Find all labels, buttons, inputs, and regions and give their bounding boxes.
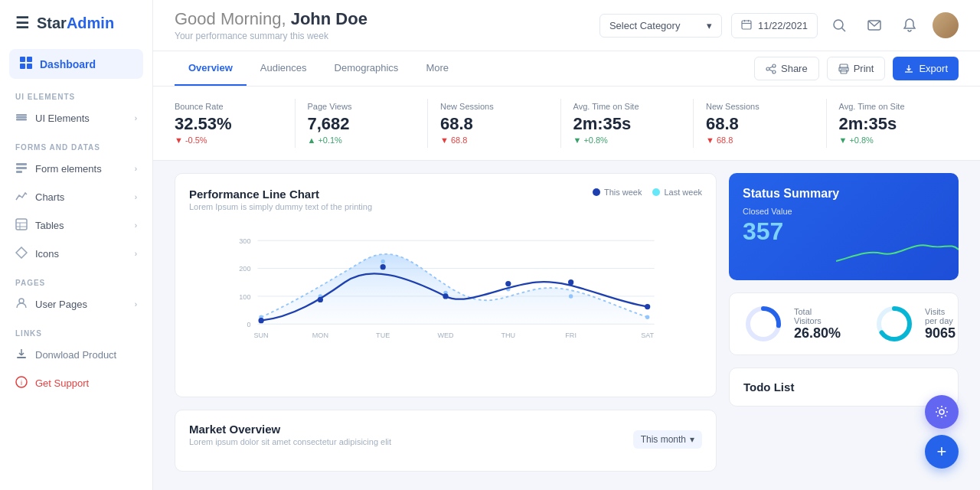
metric-label: Page Views: [308, 102, 416, 111]
sidebar-item-form-elements[interactable]: Form elements ›: [0, 155, 152, 183]
sidebar-item-label: Form elements: [35, 163, 102, 175]
download-icon: [15, 348, 28, 362]
svg-text:200: 200: [239, 265, 250, 273]
add-fab[interactable]: +: [925, 435, 959, 469]
svg-point-55: [645, 304, 650, 309]
arrow-up-icon: ▼: [573, 136, 582, 145]
tab-overview[interactable]: Overview: [175, 51, 247, 86]
tab-more[interactable]: More: [412, 51, 462, 86]
search-icon[interactable]: [827, 13, 851, 38]
svg-point-54: [568, 279, 573, 285]
export-button[interactable]: Export: [893, 57, 959, 80]
sidebar-item-user-pages[interactable]: User Pages ›: [0, 290, 152, 318]
svg-marker-14: [16, 247, 27, 258]
svg-rect-4: [16, 114, 27, 116]
visits-per-day-info: Visits per day 9065: [925, 307, 956, 341]
svg-point-49: [258, 318, 263, 323]
performance-chart-svg: 300 200 100 0: [189, 227, 702, 383]
right-panel: Status Summary Closed Value 357 Total V: [729, 173, 959, 478]
settings-fab[interactable]: [925, 395, 959, 429]
svg-text:SUN: SUN: [254, 332, 269, 339]
export-label: Export: [919, 63, 948, 74]
sidebar-item-support[interactable]: i Get Support: [0, 369, 152, 397]
svg-rect-2: [20, 64, 25, 69]
svg-text:THU: THU: [501, 332, 515, 339]
chevron-icon: ›: [135, 114, 137, 122]
visits-per-day-value: 9065: [925, 325, 956, 341]
arrow-up-icon: ▲: [308, 136, 316, 145]
logo-admin: Admin: [67, 15, 114, 31]
chevron-down-icon: ▾: [690, 434, 694, 445]
svg-rect-3: [27, 64, 32, 69]
arrow-down-icon: ▼: [440, 136, 449, 145]
chevron-icon: ›: [135, 221, 137, 230]
sidebar-item-ui-elements[interactable]: UI Elements ›: [0, 104, 152, 132]
svg-text:SAT: SAT: [641, 332, 654, 339]
metric-change: ▼ +0.8%: [839, 136, 947, 145]
month-selector-button[interactable]: This month ▾: [633, 430, 702, 449]
share-label: Share: [781, 63, 808, 74]
metric-label: New Sessions: [440, 102, 548, 111]
tab-actions: Share Print Export: [754, 57, 959, 80]
sidebar-item-dashboard[interactable]: Dashboard: [9, 49, 143, 79]
svg-line-30: [769, 70, 773, 71]
tabs: Overview Audiences Demographics More: [175, 51, 462, 86]
sidebar-section-links: LINKS: [0, 318, 152, 341]
total-visitors-label: Total Visitors: [794, 307, 841, 325]
svg-text:i: i: [21, 379, 22, 387]
this-week-legend-label: This week: [604, 188, 642, 197]
layers-icon: [15, 111, 28, 126]
chart-header: Performance Line Chart Lorem Ipsum is si…: [189, 188, 702, 220]
tab-audiences[interactable]: Audiences: [247, 51, 321, 86]
metric-value: 68.8: [706, 114, 814, 134]
svg-rect-9: [16, 171, 22, 173]
avatar[interactable]: [933, 12, 959, 38]
arrow-down-icon: ▼: [706, 136, 714, 145]
bell-icon[interactable]: [897, 13, 922, 38]
svg-rect-16: [17, 357, 26, 358]
performance-chart-card: Performance Line Chart Lorem Ipsum is si…: [175, 173, 717, 397]
status-sparkline: [836, 227, 959, 273]
sidebar-item-label: Tables: [35, 220, 64, 231]
svg-point-26: [773, 64, 776, 67]
tab-demographics[interactable]: Demographics: [321, 51, 413, 86]
metric-value: 68.8: [440, 114, 548, 134]
metric-page-views: Page Views 7,682 ▲ +0.1%: [296, 99, 429, 148]
svg-line-24: [842, 28, 846, 32]
sidebar-item-icons[interactable]: Icons ›: [0, 240, 152, 268]
svg-text:FRI: FRI: [565, 332, 577, 339]
svg-rect-1: [27, 57, 32, 62]
svg-rect-10: [16, 219, 27, 230]
print-button[interactable]: Print: [827, 57, 886, 80]
svg-point-50: [318, 297, 323, 302]
mail-icon[interactable]: [862, 13, 887, 38]
metric-change-value: 68.8: [717, 136, 733, 145]
date-picker[interactable]: 11/22/2021: [731, 13, 818, 38]
sidebar-item-charts[interactable]: Charts ›: [0, 183, 152, 211]
svg-text:WED: WED: [437, 332, 454, 339]
metrics-row: Bounce Rate 32.53% ▼ -0.5% Page Views 7,…: [153, 87, 980, 161]
chart-legend: This week Last week: [593, 188, 702, 197]
sidebar-logo[interactable]: ☰ StarAdmin: [0, 0, 152, 46]
category-select[interactable]: Select Category ▾: [599, 14, 722, 38]
sidebar-item-tables[interactable]: Tables ›: [0, 211, 152, 240]
hamburger-icon[interactable]: ☰: [15, 14, 29, 32]
sidebar-item-download[interactable]: Donwload Product: [0, 341, 152, 369]
metric-change: ▲ +0.1%: [308, 136, 416, 145]
header-greeting: Good Morning, John Doe Your performance …: [175, 9, 368, 41]
metric-bounce-rate: Bounce Rate 32.53% ▼ -0.5%: [175, 99, 296, 148]
metric-label: Avg. Time on Site: [573, 102, 681, 111]
share-button[interactable]: Share: [754, 57, 819, 80]
svg-text:TUE: TUE: [376, 332, 390, 339]
todo-title: Todo List: [743, 381, 944, 394]
form-icon: [15, 162, 28, 176]
sidebar-section-forms: FORMS AND DATAS: [0, 132, 152, 155]
metric-avg-time-2: Avg. Time on Site 2m:35s ▼ +0.8%: [827, 99, 959, 148]
svg-line-29: [769, 67, 773, 68]
visits-per-day-label: Visits per day: [925, 307, 956, 325]
svg-text:MON: MON: [312, 332, 328, 339]
chevron-icon: ›: [135, 193, 137, 201]
dashboard-label: Dashboard: [40, 58, 96, 70]
svg-point-44: [381, 260, 384, 263]
sidebar-section-pages: PAGES: [0, 268, 152, 290]
